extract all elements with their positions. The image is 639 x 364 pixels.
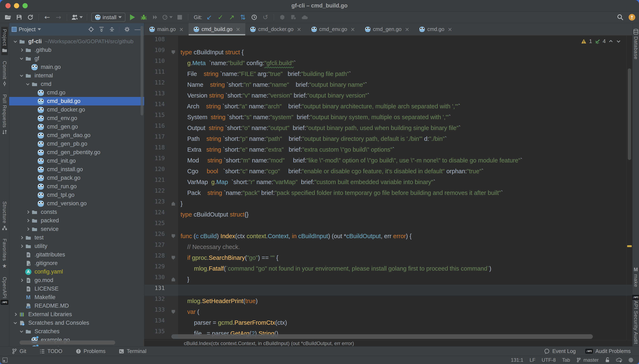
rollback-icon[interactable]: ↺ [261,13,270,22]
line-number[interactable]: 118 [144,144,168,155]
line-number[interactable]: 108 [144,36,168,47]
stripe-button-database[interactable]: Database [632,27,639,62]
stripe-button-commit[interactable]: Commit [1,59,8,88]
line-number[interactable]: 117 [144,133,168,144]
tree-item-Scratches and Consoles[interactable]: Scratches and Consoles [9,319,144,327]
chevron-right-icon[interactable] [24,211,31,213]
update-project-icon[interactable]: ↙ [205,13,214,22]
chevron-down-icon[interactable] [12,322,18,324]
warning-stripe-mark[interactable] [627,245,632,247]
line-number[interactable]: 112 [144,79,168,90]
line-number[interactable]: 114 [144,101,168,112]
fold-marker-icon[interactable] [168,306,178,317]
save-icon[interactable] [15,13,23,22]
stripe-button-make[interactable]: Mmake [632,264,639,289]
tree-item-cmd_build.go[interactable]: cmd_build.go [9,97,144,106]
stripe-button-favorites[interactable]: Favorites★ [1,236,8,271]
tree-item-utility[interactable]: utility [9,242,144,250]
fetch-icon[interactable]: ⇅ [239,13,247,22]
commit-check-icon[interactable]: ✓ [216,13,225,22]
tree-item-cmd_install.go[interactable]: cmd_install.go [9,165,144,174]
tree-item-.github[interactable]: .github [9,46,144,54]
chevron-down-icon[interactable] [24,84,31,85]
settings-gear-icon[interactable] [123,25,131,34]
stripe-button-openapi[interactable]: OpenAPI/API [0,275,9,306]
indicator-dot-icon[interactable] [628,358,633,362]
chevron-down-icon[interactable] [38,28,41,30]
chevron-down-icon[interactable] [18,58,24,59]
tree-item-cmd_env.go[interactable]: cmd_env.go [9,114,144,122]
history-icon[interactable] [250,13,258,22]
line-number[interactable]: 132 [144,296,168,306]
run-configuration-selector[interactable]: install [91,13,126,22]
line-number[interactable]: 111 [144,68,168,79]
tree-horizontal-scrollbar[interactable] [20,340,115,345]
tree-item-cmd_run.go[interactable]: cmd_run.go [9,182,144,191]
tree-item-Scratches[interactable]: Scratches [9,327,144,336]
fold-marker-icon[interactable] [168,198,178,209]
tree-item-cmd_init.go[interactable]: cmd_init.go [9,156,144,165]
debug-icon[interactable] [140,13,148,22]
toolwindow-audit-problems[interactable]: /API Audit Problems [585,348,631,354]
chevron-right-icon[interactable] [18,49,24,51]
push-icon[interactable]: ↗ [228,13,236,22]
code-editor[interactable]: 108109type cBuildInput struct {110 g.Met… [144,36,632,346]
line-number[interactable]: 109 [144,47,168,58]
expand-all-icon[interactable] [97,25,106,34]
tree-item-test[interactable]: test [9,234,144,242]
editor-vertical-scrollbar[interactable] [628,68,631,160]
tree-item-cmd_docker.go[interactable]: cmd_docker.go [9,106,144,114]
line-number[interactable]: 128 [144,252,168,263]
tree-item-cmd[interactable]: cmd [9,80,144,88]
tab-cmd_docker.go[interactable]: cmd_docker.go× [245,23,306,35]
tree-vertical-scrollbar[interactable] [140,26,143,116]
line-number[interactable]: 131 [144,285,168,296]
tab-cmd_gen.go[interactable]: cmd_gen.go× [360,23,414,35]
close-icon[interactable]: × [297,26,302,32]
next-problem-icon[interactable] [616,39,621,44]
line-number[interactable]: 127 [144,242,168,252]
tree-item-consts[interactable]: consts [9,208,144,216]
chevron-down-icon[interactable] [18,75,24,76]
chevron-right-icon[interactable] [18,245,24,247]
line-number[interactable]: 126 [144,231,168,242]
tab-main.go[interactable]: main.go× [144,23,189,35]
line-number[interactable]: 122 [144,188,168,198]
chevron-right-icon[interactable] [24,220,31,222]
close-icon[interactable]: × [236,26,240,32]
tree-item-cmd_tpl.go[interactable]: cmd_tpl.go [9,191,144,199]
stripe-button-structure[interactable]: Structure [1,199,8,232]
tree-item-internal[interactable]: internal [9,71,144,80]
shelve-icon[interactable] [278,13,286,22]
line-number[interactable]: 116 [144,122,168,133]
prev-problem-icon[interactable] [608,39,614,44]
toolwindow-git[interactable]: Git [12,348,26,354]
project-tree[interactable]: gf-cli~/Workspace/Go/GOPATH/src/github.g… [9,36,144,346]
tree-item-.gitignore[interactable]: .gitignore [9,259,144,268]
update-available-badge[interactable]: ↑ [628,14,635,20]
chevron-down-icon[interactable] [12,41,18,42]
locate-icon[interactable] [87,25,95,34]
back-icon[interactable]: ← [43,13,52,22]
collapse-all-icon[interactable] [108,25,116,34]
tree-item-External Libraries[interactable]: External Libraries [9,310,144,319]
toolwindow-problems[interactable]: Problems [76,348,106,354]
line-number[interactable]: 119 [144,155,168,166]
line-number[interactable]: 115 [144,112,168,122]
tab-cmd.go[interactable]: cmd.go× [414,23,457,35]
tree-item-cmd_gen_dao.go[interactable]: cmd_gen_dao.go [9,131,144,140]
chevron-right-icon[interactable] [18,279,24,282]
tree-item-cmd_pack.go[interactable]: cmd_pack.go [9,174,144,182]
line-number[interactable]: 113 [144,90,168,101]
caret-position[interactable]: 131:1 [511,357,523,363]
line-number[interactable]: 120 [144,166,168,176]
chevron-right-icon[interactable] [12,313,18,316]
tree-item-gf-cli[interactable]: gf-cli~/Workspace/Go/GOPATH/src/github [9,37,144,46]
file-encoding[interactable]: UTF-8 [542,357,556,363]
stripe-button-api-security-audit[interactable]: /APIAPI Security Audit [632,293,639,346]
tree-item-cmd_gen.go[interactable]: cmd_gen.go [9,122,144,131]
tab-cmd_env.go[interactable]: cmd_env.go× [306,23,360,35]
tree-item-go.mod[interactable]: go.mod [9,276,144,284]
tree-item-cmd_gen_pbentity.go[interactable]: cmd_gen_pbentity.go [9,148,144,156]
toolwindow-event-log[interactable]: Event Log [544,348,576,354]
